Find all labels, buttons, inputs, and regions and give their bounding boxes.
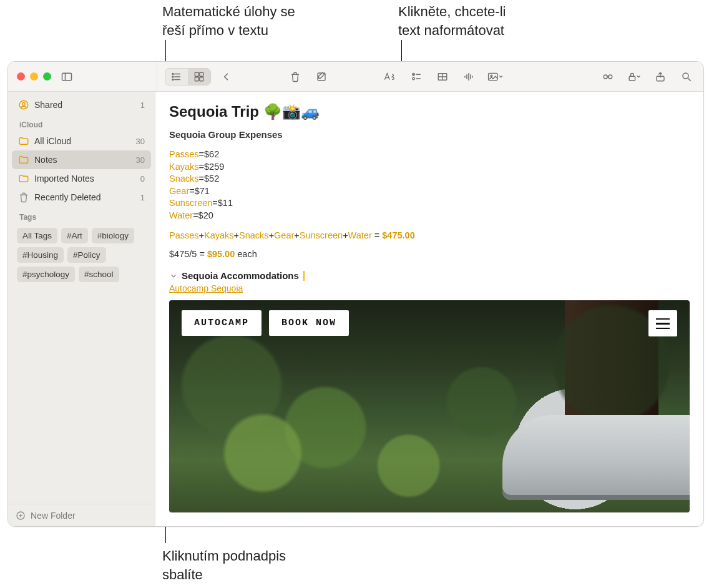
image-hamburger-button[interactable] — [648, 310, 677, 336]
svg-rect-9 — [200, 72, 203, 76]
sidebar: Shared 1 iCloud All iCloud 30 Notes 30 — [8, 92, 155, 526]
sidebar-item-imported[interactable]: Imported Notes 0 — [12, 169, 151, 188]
section-label: Sequoia Accommodations — [182, 270, 299, 281]
svg-rect-8 — [195, 72, 198, 76]
callout-collapse: Kliknutím podnadpis sbalíte — [162, 547, 286, 584]
folder-icon — [18, 173, 29, 184]
gallery-view-button[interactable] — [188, 69, 210, 85]
expense-line[interactable]: Sunscreen=$11 — [169, 197, 690, 210]
minimize-window-button[interactable] — [30, 72, 38, 81]
sidebar-section-icloud: iCloud — [12, 114, 151, 132]
sidebar-item-recently-deleted[interactable]: Recently Deleted 1 — [12, 188, 151, 207]
tag-pill[interactable]: #Art — [61, 228, 88, 243]
chevron-down-icon[interactable] — [169, 272, 178, 280]
sidebar-item-notes[interactable]: Notes 30 — [12, 150, 151, 169]
svg-rect-10 — [195, 77, 198, 81]
sidebar-item-label: Notes — [34, 155, 57, 165]
note-subtitle[interactable]: Sequoia Group Expenses — [169, 129, 690, 140]
svg-point-26 — [491, 75, 492, 76]
search-button[interactable] — [676, 67, 697, 86]
folder-icon — [18, 135, 29, 147]
audio-button[interactable] — [458, 67, 479, 86]
shared-icon — [18, 99, 29, 110]
tag-pill[interactable]: #school — [79, 267, 119, 282]
sidebar-item-label: All iCloud — [34, 136, 71, 146]
svg-line-33 — [688, 78, 691, 81]
note-image-attachment[interactable]: AUTOCAMP BOOK NOW — [169, 300, 690, 512]
image-brand-badge: AUTOCAMP — [182, 310, 262, 336]
window-controls — [17, 72, 51, 81]
callout-format: Klikněte, chcete-li text naformátovat — [398, 2, 506, 39]
svg-point-15 — [413, 77, 414, 79]
text-cursor — [303, 271, 305, 281]
view-mode-segment — [165, 68, 211, 86]
folder-icon — [18, 154, 29, 165]
delete-note-button[interactable] — [285, 67, 306, 86]
sidebar-item-count: 1 — [140, 100, 145, 110]
sidebar-item-count: 0 — [140, 174, 145, 184]
toggle-sidebar-button[interactable] — [56, 67, 77, 86]
trash-icon — [18, 192, 29, 203]
sidebar-item-count: 1 — [140, 193, 145, 202]
sidebar-item-count: 30 — [136, 155, 145, 165]
expense-line[interactable]: Passes=$62 — [169, 149, 690, 161]
expense-line[interactable]: Snacks=$52 — [169, 173, 690, 185]
zoom-window-button[interactable] — [43, 72, 51, 81]
per-expr: $475/5 = — [169, 249, 205, 259]
per-result: $95.00 — [207, 249, 235, 259]
section-accommodations[interactable]: Sequoia Accommodations — [169, 270, 690, 281]
toolbar — [159, 67, 703, 86]
back-button[interactable] — [216, 67, 237, 86]
svg-rect-11 — [200, 77, 203, 81]
note-editor[interactable]: Sequoia Trip 🌳📸🚙 Sequoia Group Expenses … — [155, 92, 703, 526]
expense-line[interactable]: Gear=$71 — [169, 185, 690, 198]
new-folder-label: New Folder — [31, 511, 76, 521]
svg-point-32 — [683, 73, 688, 79]
per-suffix: each — [237, 249, 257, 259]
tag-pill[interactable]: #Housing — [17, 247, 64, 263]
callout-math: Matematické úlohy se řeší přímo v textu — [162, 2, 295, 39]
new-note-button[interactable] — [311, 67, 332, 86]
new-folder-button[interactable]: New Folder — [8, 504, 155, 526]
sidebar-item-label: Shared — [34, 100, 62, 110]
list-view-button[interactable] — [165, 69, 188, 85]
checklist-button[interactable] — [406, 67, 427, 86]
svg-point-7 — [172, 79, 174, 80]
tags-container: All Tags#Art#biology#Housing#Policy#psyc… — [12, 224, 151, 288]
svg-point-35 — [22, 102, 26, 105]
expense-line[interactable]: Kayaks=$259 — [169, 161, 690, 174]
format-button[interactable] — [379, 67, 401, 86]
tag-pill[interactable]: #psychology — [17, 267, 75, 282]
link-button[interactable] — [597, 67, 619, 86]
sidebar-item-label: Recently Deleted — [34, 192, 101, 202]
titlebar — [8, 62, 703, 92]
expense-line[interactable]: Water=$20 — [169, 210, 690, 222]
sidebar-item-all-icloud[interactable]: All iCloud 30 — [12, 132, 151, 150]
svg-point-5 — [172, 73, 174, 74]
notes-window: Shared 1 iCloud All iCloud 30 Notes 30 — [7, 61, 704, 527]
sidebar-item-shared[interactable]: Shared 1 — [12, 96, 151, 114]
svg-rect-0 — [62, 73, 72, 81]
tag-pill[interactable]: #Policy — [67, 247, 106, 263]
lock-button[interactable] — [624, 67, 645, 86]
sum-line[interactable]: Passes+Kayaks+Snacks+Gear+Sunscreen+Wate… — [169, 230, 690, 240]
svg-rect-30 — [629, 76, 635, 81]
expenses-block[interactable]: Passes=$62Kayaks=$259Snacks=$52Gear=$71S… — [169, 149, 690, 222]
plus-circle-icon — [16, 511, 26, 521]
sidebar-item-label: Imported Notes — [34, 174, 94, 184]
media-button[interactable] — [484, 67, 506, 86]
share-button[interactable] — [650, 67, 671, 86]
note-title[interactable]: Sequoia Trip 🌳📸🚙 — [169, 103, 690, 120]
table-button[interactable] — [432, 67, 453, 86]
close-window-button[interactable] — [17, 72, 25, 81]
accommodation-link[interactable]: Autocamp Sequoia — [169, 283, 243, 293]
svg-point-6 — [172, 76, 174, 77]
tag-pill[interactable]: All Tags — [17, 228, 57, 243]
image-book-now-button[interactable]: BOOK NOW — [269, 310, 349, 336]
tag-pill[interactable]: #biology — [92, 228, 134, 243]
sidebar-section-tags: Tags — [12, 207, 151, 224]
per-line[interactable]: $475/5 = $95.00 each — [169, 249, 690, 259]
sidebar-item-count: 30 — [136, 137, 145, 146]
